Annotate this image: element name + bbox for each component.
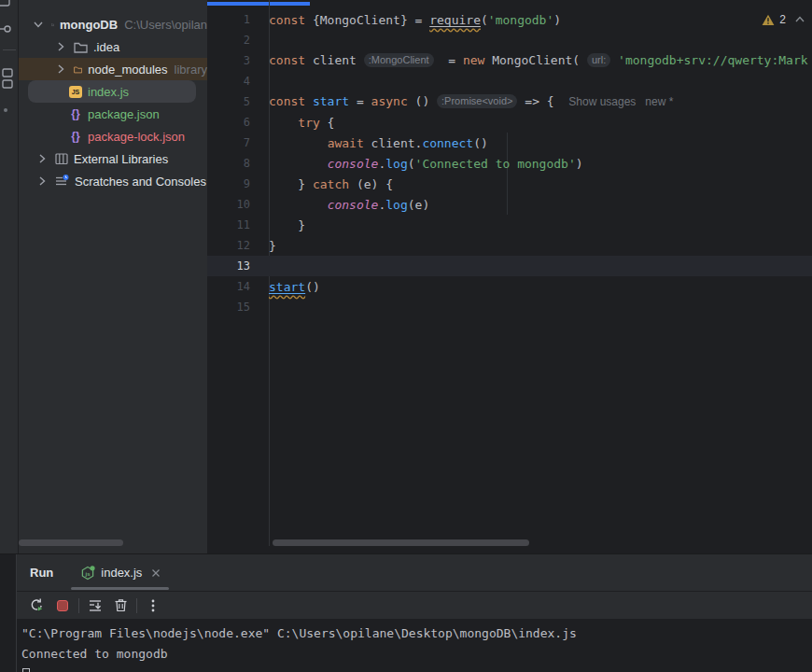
- code-line[interactable]: 15: [207, 297, 812, 317]
- run-panel-left-strip: [0, 554, 17, 672]
- tree-item-external-libraries[interactable]: External Libraries: [19, 147, 207, 170]
- tree-item-package-json[interactable]: {} package.json: [19, 103, 207, 125]
- active-run-tab-underline: [71, 587, 169, 590]
- line-number: 2: [207, 34, 269, 47]
- tree-item-label: package.json: [88, 107, 160, 121]
- toolbar-divider: [78, 598, 79, 613]
- run-panel-header: Run js index.js: [17, 554, 812, 591]
- chevron-right-icon[interactable]: [53, 39, 68, 54]
- more-options-button[interactable]: [143, 595, 163, 616]
- code-text: }: [269, 239, 812, 253]
- close-icon[interactable]: [151, 568, 161, 578]
- line-number: 4: [207, 75, 269, 88]
- folder-icon: [74, 41, 88, 53]
- tree-item-idea[interactable]: .idea: [19, 35, 207, 58]
- chevron-right-icon[interactable]: [53, 62, 68, 77]
- run-console-output[interactable]: "C:\Program Files\nodejs\node.exe" C:\Us…: [17, 620, 812, 672]
- code-line[interactable]: 11 }: [207, 215, 812, 235]
- code-line[interactable]: 9 } catch (e) {: [207, 174, 812, 194]
- stop-button[interactable]: [52, 595, 73, 616]
- line-number: 11: [207, 218, 269, 231]
- code-lines: 1const {MongoClient} = require('mongodb'…: [207, 9, 812, 317]
- line-number: 7: [207, 136, 269, 149]
- chevron-up-icon[interactable]: [793, 14, 806, 25]
- editor-horizontal-scrollbar[interactable]: [273, 539, 529, 546]
- line-number: 1: [207, 13, 269, 26]
- scroll-to-end-button[interactable]: [85, 595, 105, 616]
- run-tab-index-js[interactable]: js index.js: [80, 566, 161, 581]
- run-toolbar: [17, 591, 812, 620]
- code-line[interactable]: 5const start = async () :Promise<void> =…: [207, 91, 812, 112]
- run-tool-window: Run js index.js: [0, 553, 812, 672]
- code-text: const client :MongoClient = new MongoCli…: [269, 53, 812, 68]
- rerun-button[interactable]: [26, 595, 47, 616]
- code-text: const {MongoClient} = require('mongodb'): [269, 13, 812, 27]
- slider-icon[interactable]: [0, 22, 13, 35]
- structure-icon[interactable]: [0, 67, 15, 90]
- code-text: }: [269, 218, 812, 232]
- toolbar-divider: [136, 598, 137, 613]
- line-number: 5: [207, 95, 269, 108]
- code-line[interactable]: 13: [207, 256, 812, 276]
- chevron-right-icon[interactable]: [35, 151, 49, 166]
- javascript-file-icon: JS: [69, 86, 82, 98]
- tree-item-scratches[interactable]: Scratches and Consoles: [19, 170, 207, 192]
- rail-divider: [3, 49, 16, 50]
- code-line[interactable]: 7 await client.connect(): [207, 133, 812, 153]
- inspections-widget[interactable]: 2: [762, 13, 806, 26]
- tree-item-badge: library: [175, 63, 207, 77]
- line-number: 13: [207, 259, 269, 273]
- console-command-line: "C:\Program Files\nodejs\node.exe" C:\Us…: [21, 623, 812, 644]
- tree-item-label: .idea: [93, 40, 119, 54]
- chevron-down-icon[interactable]: [31, 17, 46, 32]
- run-tab-label: index.js: [101, 566, 142, 580]
- tree-item-node-modules[interactable]: node_modules library: [19, 58, 207, 80]
- line-number: 12: [207, 239, 269, 252]
- console-cursor: [22, 668, 30, 672]
- code-line[interactable]: 2: [207, 30, 812, 50]
- project-path: C:\Users\opilan: [124, 18, 207, 32]
- tree-item-label: package-lock.json: [88, 130, 185, 144]
- project-horizontal-scrollbar[interactable]: [19, 539, 123, 546]
- code-text: const start = async () :Promise<void> =>…: [269, 94, 812, 109]
- libraries-icon: [55, 152, 68, 165]
- console-output-line: Connected to mongodb: [21, 644, 812, 665]
- code-text: try {: [269, 116, 812, 130]
- code-line[interactable]: 10 console.log(e): [207, 194, 812, 215]
- code-line[interactable]: 8 console.log('Connected to mongodb'): [207, 153, 812, 174]
- tree-item-package-lock-json[interactable]: {} package-lock.json: [19, 125, 207, 147]
- ide-window: mongoDB C:\Users\opilan .idea node_modul…: [0, 0, 812, 672]
- line-number: 15: [207, 301, 269, 314]
- tree-item-label: index.js: [88, 85, 129, 99]
- code-line[interactable]: 12}: [207, 235, 812, 256]
- code-editor[interactable]: 1const {MongoClient} = require('mongodb'…: [207, 0, 812, 546]
- line-number: 8: [207, 157, 269, 170]
- line-number: 14: [207, 280, 269, 293]
- tree-item-mongodb[interactable]: mongoDB C:\Users\opilan: [19, 13, 207, 35]
- code-text: console.log(e): [269, 198, 812, 212]
- project-panel: mongoDB C:\Users\opilan .idea node_modul…: [19, 0, 207, 553]
- tree-item-index-js[interactable]: JS index.js: [28, 80, 196, 103]
- run-panel-title: Run: [30, 566, 53, 580]
- code-line[interactable]: 4: [207, 71, 812, 91]
- scratches-icon: [55, 175, 69, 188]
- line-number: 3: [207, 54, 269, 67]
- activity-bar: [0, 0, 19, 553]
- line-number: 6: [207, 116, 269, 129]
- code-line[interactable]: 6 try {: [207, 112, 812, 133]
- line-number: 9: [207, 177, 269, 190]
- clear-console-button[interactable]: [110, 595, 131, 616]
- json-file-icon: {}: [69, 107, 82, 120]
- tree-item-label: mongoDB: [60, 18, 118, 32]
- tree-item-label: node_modules: [88, 63, 167, 77]
- more-dot-icon[interactable]: [4, 108, 7, 112]
- svg-text:js: js: [85, 570, 91, 576]
- code-line[interactable]: 14start(): [207, 276, 812, 297]
- code-text: start(): [269, 280, 812, 294]
- tree-item-label: External Libraries: [74, 152, 168, 166]
- code-text: console.log('Connected to mongodb'): [269, 157, 812, 171]
- project-tool-icon[interactable]: [0, 0, 12, 7]
- chevron-right-icon[interactable]: [35, 174, 49, 189]
- code-line[interactable]: 3const client :MongoClient = new MongoCl…: [207, 50, 812, 71]
- code-line[interactable]: 1const {MongoClient} = require('mongodb'…: [207, 9, 812, 30]
